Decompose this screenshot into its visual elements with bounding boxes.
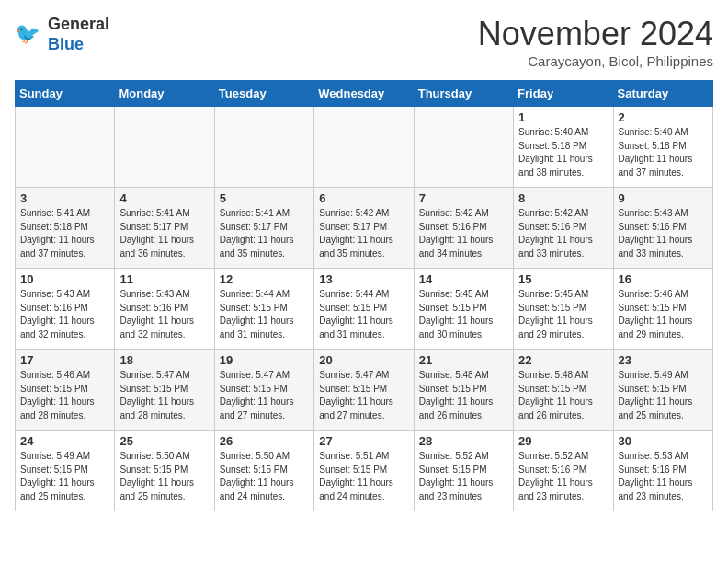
day-number: 2 <box>619 110 708 124</box>
day-info: Sunrise: 5:43 AM Sunset: 5:16 PM Dayligh… <box>119 288 209 341</box>
calendar-cell: 19Sunrise: 5:47 AM Sunset: 5:15 PM Dayli… <box>214 350 313 431</box>
day-number: 24 <box>20 434 109 448</box>
day-info: Sunrise: 5:50 AM Sunset: 5:15 PM Dayligh… <box>220 450 309 503</box>
day-info: Sunrise: 5:52 AM Sunset: 5:16 PM Dayligh… <box>518 450 608 503</box>
logo-text: General Blue <box>48 15 109 54</box>
day-info: Sunrise: 5:44 AM Sunset: 5:15 PM Dayligh… <box>220 288 309 341</box>
calendar-cell: 1Sunrise: 5:40 AM Sunset: 5:18 PM Daylig… <box>514 107 613 188</box>
day-info: Sunrise: 5:51 AM Sunset: 5:15 PM Dayligh… <box>319 450 408 503</box>
calendar-cell <box>115 107 214 188</box>
day-info: Sunrise: 5:40 AM Sunset: 5:18 PM Dayligh… <box>619 126 708 179</box>
day-info: Sunrise: 5:44 AM Sunset: 5:15 PM Dayligh… <box>319 288 408 341</box>
calendar-week-3: 10Sunrise: 5:43 AM Sunset: 5:16 PM Dayli… <box>16 269 713 350</box>
calendar-cell: 30Sunrise: 5:53 AM Sunset: 5:16 PM Dayli… <box>613 431 712 511</box>
calendar-week-1: 1Sunrise: 5:40 AM Sunset: 5:18 PM Daylig… <box>16 107 713 188</box>
day-number: 19 <box>220 353 309 367</box>
day-info: Sunrise: 5:45 AM Sunset: 5:15 PM Dayligh… <box>518 288 608 341</box>
day-number: 15 <box>518 272 608 286</box>
day-number: 25 <box>119 434 209 448</box>
day-info: Sunrise: 5:48 AM Sunset: 5:15 PM Dayligh… <box>518 369 608 422</box>
calendar-cell: 18Sunrise: 5:47 AM Sunset: 5:15 PM Dayli… <box>115 350 214 431</box>
calendar-cell <box>414 107 513 188</box>
day-info: Sunrise: 5:42 AM Sunset: 5:16 PM Dayligh… <box>518 207 608 260</box>
day-info: Sunrise: 5:41 AM Sunset: 5:17 PM Dayligh… <box>119 207 209 260</box>
calendar-cell: 22Sunrise: 5:48 AM Sunset: 5:15 PM Dayli… <box>514 350 613 431</box>
page-header: 🐦 General Blue November 2024 Caraycayon,… <box>15 15 713 69</box>
day-info: Sunrise: 5:42 AM Sunset: 5:17 PM Dayligh… <box>319 207 408 260</box>
calendar-cell <box>314 107 414 188</box>
calendar-body: 1Sunrise: 5:40 AM Sunset: 5:18 PM Daylig… <box>16 107 713 511</box>
day-number: 7 <box>419 191 508 205</box>
calendar-cell: 12Sunrise: 5:44 AM Sunset: 5:15 PM Dayli… <box>214 269 313 350</box>
day-number: 27 <box>319 434 408 448</box>
day-number: 4 <box>119 191 209 205</box>
calendar-cell: 28Sunrise: 5:52 AM Sunset: 5:15 PM Dayli… <box>414 431 513 511</box>
weekday-header-tuesday: Tuesday <box>214 81 313 107</box>
day-number: 30 <box>619 434 708 448</box>
day-info: Sunrise: 5:45 AM Sunset: 5:15 PM Dayligh… <box>419 288 508 341</box>
day-number: 13 <box>319 272 408 286</box>
day-number: 14 <box>419 272 508 286</box>
day-info: Sunrise: 5:42 AM Sunset: 5:16 PM Dayligh… <box>419 207 508 260</box>
calendar-cell: 13Sunrise: 5:44 AM Sunset: 5:15 PM Dayli… <box>314 269 414 350</box>
day-number: 26 <box>220 434 309 448</box>
day-number: 10 <box>20 272 109 286</box>
day-number: 22 <box>518 353 608 367</box>
day-info: Sunrise: 5:46 AM Sunset: 5:15 PM Dayligh… <box>619 288 708 341</box>
day-info: Sunrise: 5:43 AM Sunset: 5:16 PM Dayligh… <box>20 288 109 341</box>
title-block: November 2024 Caraycayon, Bicol, Philipp… <box>478 15 713 69</box>
day-number: 3 <box>20 191 109 205</box>
calendar-cell: 10Sunrise: 5:43 AM Sunset: 5:16 PM Dayli… <box>16 269 115 350</box>
day-info: Sunrise: 5:47 AM Sunset: 5:15 PM Dayligh… <box>220 369 309 422</box>
day-number: 23 <box>619 353 708 367</box>
day-number: 16 <box>619 272 708 286</box>
calendar-cell: 20Sunrise: 5:47 AM Sunset: 5:15 PM Dayli… <box>314 350 414 431</box>
logo-icon: 🐦 <box>15 20 44 50</box>
day-info: Sunrise: 5:47 AM Sunset: 5:15 PM Dayligh… <box>319 369 408 422</box>
calendar-cell: 29Sunrise: 5:52 AM Sunset: 5:16 PM Dayli… <box>514 431 613 511</box>
calendar-cell: 9Sunrise: 5:43 AM Sunset: 5:16 PM Daylig… <box>613 188 712 269</box>
day-info: Sunrise: 5:48 AM Sunset: 5:15 PM Dayligh… <box>419 369 508 422</box>
day-info: Sunrise: 5:47 AM Sunset: 5:15 PM Dayligh… <box>119 369 209 422</box>
weekday-header-friday: Friday <box>514 81 613 107</box>
day-info: Sunrise: 5:43 AM Sunset: 5:16 PM Dayligh… <box>619 207 708 260</box>
calendar-cell: 23Sunrise: 5:49 AM Sunset: 5:15 PM Dayli… <box>613 350 712 431</box>
day-number: 5 <box>220 191 309 205</box>
day-info: Sunrise: 5:41 AM Sunset: 5:17 PM Dayligh… <box>220 207 309 260</box>
weekday-header-wednesday: Wednesday <box>314 81 414 107</box>
calendar-cell: 6Sunrise: 5:42 AM Sunset: 5:17 PM Daylig… <box>314 188 414 269</box>
location-subtitle: Caraycayon, Bicol, Philippines <box>478 53 713 69</box>
calendar-week-5: 24Sunrise: 5:49 AM Sunset: 5:15 PM Dayli… <box>16 431 713 511</box>
calendar-cell: 17Sunrise: 5:46 AM Sunset: 5:15 PM Dayli… <box>16 350 115 431</box>
weekday-header-saturday: Saturday <box>613 81 712 107</box>
calendar-week-4: 17Sunrise: 5:46 AM Sunset: 5:15 PM Dayli… <box>16 350 713 431</box>
day-number: 6 <box>319 191 408 205</box>
calendar-week-2: 3Sunrise: 5:41 AM Sunset: 5:18 PM Daylig… <box>16 188 713 269</box>
calendar-cell: 4Sunrise: 5:41 AM Sunset: 5:17 PM Daylig… <box>115 188 214 269</box>
calendar-cell: 2Sunrise: 5:40 AM Sunset: 5:18 PM Daylig… <box>613 107 712 188</box>
calendar-cell: 26Sunrise: 5:50 AM Sunset: 5:15 PM Dayli… <box>214 431 313 511</box>
calendar-cell <box>214 107 313 188</box>
svg-text:🐦: 🐦 <box>15 21 40 46</box>
calendar-cell: 24Sunrise: 5:49 AM Sunset: 5:15 PM Dayli… <box>16 431 115 511</box>
day-number: 12 <box>220 272 309 286</box>
calendar-cell: 3Sunrise: 5:41 AM Sunset: 5:18 PM Daylig… <box>16 188 115 269</box>
day-number: 1 <box>518 110 608 124</box>
logo: 🐦 General Blue <box>15 15 109 54</box>
day-info: Sunrise: 5:46 AM Sunset: 5:15 PM Dayligh… <box>20 369 109 422</box>
day-number: 17 <box>20 353 109 367</box>
calendar-cell: 14Sunrise: 5:45 AM Sunset: 5:15 PM Dayli… <box>414 269 513 350</box>
month-title: November 2024 <box>478 15 713 53</box>
weekday-header-thursday: Thursday <box>414 81 513 107</box>
calendar-cell: 11Sunrise: 5:43 AM Sunset: 5:16 PM Dayli… <box>115 269 214 350</box>
calendar-cell <box>16 107 115 188</box>
day-number: 29 <box>518 434 608 448</box>
calendar-cell: 7Sunrise: 5:42 AM Sunset: 5:16 PM Daylig… <box>414 188 513 269</box>
day-info: Sunrise: 5:40 AM Sunset: 5:18 PM Dayligh… <box>518 126 608 179</box>
day-info: Sunrise: 5:49 AM Sunset: 5:15 PM Dayligh… <box>20 450 109 503</box>
day-info: Sunrise: 5:52 AM Sunset: 5:15 PM Dayligh… <box>419 450 508 503</box>
day-info: Sunrise: 5:49 AM Sunset: 5:15 PM Dayligh… <box>619 369 708 422</box>
day-number: 9 <box>619 191 708 205</box>
calendar-cell: 15Sunrise: 5:45 AM Sunset: 5:15 PM Dayli… <box>514 269 613 350</box>
calendar-header-row: SundayMondayTuesdayWednesdayThursdayFrid… <box>16 81 713 107</box>
